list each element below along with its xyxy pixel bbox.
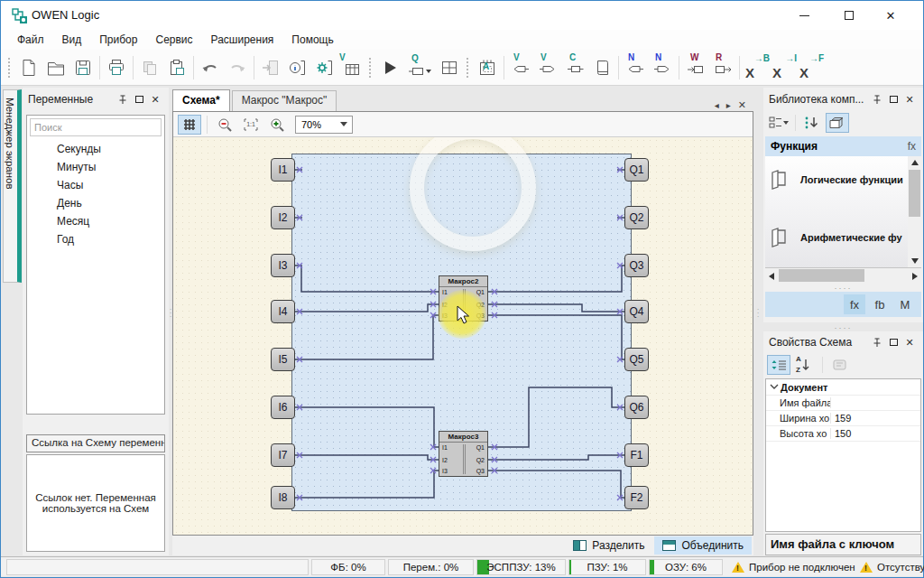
input-block[interactable]: I1 bbox=[271, 158, 295, 182]
output-block[interactable]: Q2 bbox=[624, 206, 649, 229]
tab-fb[interactable]: fb bbox=[869, 294, 891, 314]
sort-button[interactable] bbox=[800, 113, 824, 133]
pin-icon[interactable] bbox=[115, 92, 131, 107]
redo-button[interactable] bbox=[224, 53, 251, 82]
output-block[interactable]: Q1 bbox=[624, 158, 649, 182]
menu-view[interactable]: Вид bbox=[53, 31, 91, 49]
output-block[interactable]: Q3 bbox=[624, 254, 649, 277]
convert-to-float-button[interactable]: X→F bbox=[797, 53, 824, 82]
scrollbar-thumb[interactable] bbox=[909, 170, 920, 217]
variable-item[interactable]: Часы bbox=[27, 177, 164, 195]
property-row[interactable]: Высота хо 150 bbox=[766, 426, 920, 442]
alphabetical-sort-button[interactable]: A Z bbox=[793, 355, 817, 375]
maximize-panel-icon[interactable] bbox=[885, 335, 901, 350]
tab-macros[interactable]: M bbox=[894, 294, 916, 314]
categorized-view-button[interactable] bbox=[767, 355, 790, 375]
variables-table-button[interactable]: V bbox=[338, 53, 365, 82]
convert-to-int-button[interactable]: X→I bbox=[770, 53, 797, 82]
tab-scroll-right-icon[interactable]: ▸ bbox=[726, 100, 731, 110]
scroll-up-icon[interactable] bbox=[911, 160, 919, 165]
library-item-logic[interactable]: Логические функции bbox=[769, 169, 903, 191]
folders-view-button[interactable] bbox=[826, 113, 849, 133]
schema-canvas[interactable]: I1 I2 I3 I4 I5 I6 I7 I8 Q1 Q2 Q3 Q4 Q5 Q… bbox=[173, 137, 753, 535]
menu-help[interactable]: Помощь bbox=[282, 31, 342, 49]
output-block[interactable]: Q5 bbox=[624, 348, 649, 371]
device-output-button[interactable]: Q bbox=[403, 53, 436, 82]
zoom-one-to-one-button[interactable]: 1:1 bbox=[239, 115, 263, 135]
view-mode-button[interactable] bbox=[767, 113, 790, 133]
input-block[interactable]: I4 bbox=[271, 300, 295, 323]
copy-button[interactable] bbox=[136, 53, 163, 82]
variable-item[interactable]: Минуты bbox=[27, 159, 164, 177]
scroll-right-icon[interactable] bbox=[912, 273, 918, 280]
upload-to-device-button[interactable] bbox=[257, 53, 284, 82]
add-input-variable-button[interactable]: V bbox=[507, 53, 534, 82]
maximize-panel-icon[interactable] bbox=[885, 92, 901, 107]
screens-manager-tab[interactable]: Менеджер экранов bbox=[3, 89, 22, 283]
output-block[interactable]: F1 bbox=[624, 443, 649, 467]
variable-item[interactable]: День bbox=[27, 195, 164, 213]
input-block[interactable]: I5 bbox=[271, 348, 295, 371]
toolbar-grip-3[interactable] bbox=[467, 58, 470, 78]
open-project-button[interactable] bbox=[42, 53, 69, 82]
variable-item[interactable]: Месяц bbox=[27, 213, 164, 231]
zoom-out-button[interactable] bbox=[213, 115, 236, 135]
library-horizontal-scrollbar[interactable] bbox=[765, 268, 921, 283]
add-network-output-button[interactable]: N bbox=[649, 53, 676, 82]
right-splitter[interactable]: ··· bbox=[756, 308, 760, 344]
save-button[interactable] bbox=[69, 53, 97, 82]
zoom-in-button[interactable] bbox=[265, 115, 289, 135]
close-panel-icon[interactable]: ✕ bbox=[147, 92, 163, 107]
minimize-button[interactable] bbox=[784, 5, 824, 26]
property-row[interactable]: Имя файла bbox=[766, 396, 920, 411]
pin-icon[interactable] bbox=[869, 92, 885, 107]
maximize-panel-icon[interactable] bbox=[131, 92, 147, 107]
add-constant-button[interactable]: C bbox=[561, 53, 588, 82]
property-pages-button[interactable] bbox=[828, 355, 852, 375]
new-document-button[interactable] bbox=[15, 53, 42, 82]
zoom-level-combobox[interactable]: 70% bbox=[295, 116, 353, 134]
macros-library-button[interactable] bbox=[588, 53, 615, 82]
variable-item[interactable]: Секунды bbox=[27, 141, 164, 159]
add-output-variable-button[interactable]: V bbox=[534, 53, 561, 82]
close-button[interactable]: ✕ bbox=[871, 5, 910, 26]
input-block[interactable]: I6 bbox=[271, 396, 295, 419]
read-block-button[interactable]: R bbox=[709, 53, 736, 82]
tab-macro[interactable]: Макрос "Макрос" bbox=[232, 90, 337, 111]
split-view-button[interactable]: Разделить bbox=[565, 536, 652, 555]
input-block[interactable]: I2 bbox=[271, 206, 295, 229]
io-table-button[interactable] bbox=[436, 53, 463, 82]
pin-icon[interactable] bbox=[869, 335, 885, 350]
output-block[interactable]: Q4 bbox=[624, 300, 649, 323]
merge-view-button[interactable]: Объединить bbox=[654, 536, 752, 555]
scroll-down-icon[interactable] bbox=[911, 258, 919, 264]
scroll-left-icon[interactable] bbox=[769, 273, 774, 280]
input-block[interactable]: I7 bbox=[271, 443, 295, 467]
splitter-grip[interactable]: ···· bbox=[763, 324, 923, 331]
write-block-button[interactable]: W bbox=[682, 53, 709, 82]
library-item-arithmetic[interactable]: Арифметические фу bbox=[769, 227, 902, 248]
close-panel-icon[interactable]: ✕ bbox=[901, 92, 918, 107]
print-button[interactable] bbox=[103, 53, 130, 82]
tab-fx[interactable]: fx bbox=[844, 294, 865, 314]
property-category-row[interactable]: Документ bbox=[766, 379, 920, 396]
splitter-grip[interactable]: ···· bbox=[763, 284, 923, 292]
tab-schema[interactable]: Схема* bbox=[172, 89, 230, 111]
close-panel-icon[interactable]: ✕ bbox=[901, 335, 918, 350]
scrollbar-thumb[interactable] bbox=[779, 269, 864, 282]
library-vertical-scrollbar[interactable] bbox=[908, 156, 921, 267]
add-network-input-button[interactable]: N bbox=[622, 53, 649, 82]
convert-to-bool-button[interactable]: X→B bbox=[743, 53, 770, 82]
resize-grip[interactable]: .:: bbox=[910, 563, 920, 572]
output-block[interactable]: Q6 bbox=[624, 396, 649, 419]
maximize-button[interactable] bbox=[829, 5, 869, 26]
input-block[interactable]: I3 bbox=[271, 254, 295, 277]
variables-search-input[interactable] bbox=[30, 118, 162, 136]
device-info-button[interactable] bbox=[284, 53, 311, 82]
schedule-button[interactable]: A bbox=[474, 53, 501, 82]
grid-toggle-button[interactable] bbox=[178, 115, 201, 135]
menu-service[interactable]: Сервис bbox=[146, 31, 201, 49]
simulation-start-button[interactable] bbox=[376, 53, 403, 82]
menu-extensions[interactable]: Расширения bbox=[202, 31, 283, 49]
macro-block-3[interactable]: Макрос3 I1 I2 I3 Q1 Q2 Q3 bbox=[439, 431, 488, 477]
